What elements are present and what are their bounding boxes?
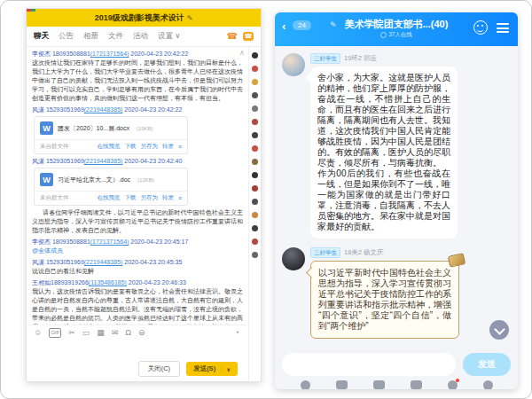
send-file-icon[interactable]: ▭ (82, 329, 90, 337)
more-icon[interactable] (483, 380, 493, 389)
image-icon[interactable] (336, 380, 348, 389)
tab-chat[interactable]: 聊天 (34, 31, 49, 42)
mention-all-link[interactable]: @全体成员 (32, 246, 243, 255)
sender-qq-id[interactable]: (1721371564) (90, 51, 129, 57)
file-preview-link[interactable]: 在线预览 (97, 194, 120, 202)
chat-history-pane[interactable]: 李俊杰 18093508881(1721371564) 2020-04-23 2… (27, 47, 246, 325)
member-avatar[interactable] (252, 225, 258, 231)
file-size: (19KB) (137, 126, 153, 131)
member-avatar[interactable] (252, 92, 258, 98)
avatar[interactable] (282, 53, 305, 76)
qq-desktop-group-window: 2019级戏剧影视美术设计 ✎ 聊天 公告 相册 文件 活动 设置 ∨ ☎ ☎ … (26, 8, 262, 382)
message-text: 说说自己的看法和见解 (32, 267, 243, 276)
envelope-icon[interactable]: ✉ (112, 329, 119, 337)
picture-icon[interactable]: ▦ (97, 329, 105, 337)
tab-album[interactable]: 相册 (83, 31, 98, 42)
sender-name[interactable]: 李俊杰 18093508881 (32, 51, 90, 57)
chat-message: 三好学生 18美2 杨文庆 以习近平新时代中国特色社会主义思想为指导，深入学习宣… (282, 247, 511, 339)
group-space-icon[interactable] (473, 20, 488, 35)
mobile-chat-pane[interactable]: 三好学生 19环2 郭应 舍小家，为大家。这就是医护人员的精神，他们穿上厚厚的防… (275, 46, 518, 352)
member-list-sliver[interactable] (248, 47, 261, 381)
sender-qq-id[interactable]: (2219448385) (84, 106, 123, 113)
tab-announcement[interactable]: 公告 (59, 31, 74, 42)
message-bubble: 舍小家，为大家。这就是医护人员的精神，他们穿上厚厚的防护服，奋战在一线，不惜拼上… (310, 66, 458, 239)
bell-icon[interactable]: Ω (125, 329, 131, 337)
sender-qq-id[interactable]: (1721371564) (90, 239, 129, 245)
file-forward-link[interactable]: 转发 (162, 194, 174, 202)
message-time: 2020-04-23 20:46:33 (129, 279, 186, 286)
more-tools-icon[interactable]: ⊖ (138, 329, 145, 337)
message-input[interactable] (282, 353, 456, 376)
file-name[interactable]: 习近平给北京大...文）.doc (58, 176, 130, 184)
honor-badge: 三好学生 (310, 247, 340, 258)
member-avatar[interactable] (252, 106, 258, 112)
file-download-link[interactable]: 下载 (124, 143, 136, 151)
video-call-icon[interactable]: ☎ (243, 32, 254, 41)
file-name[interactable]: 团发〔2020〕10...届.docx (58, 124, 129, 133)
file-preview-link[interactable]: 在线预览 (97, 143, 120, 151)
file-saveas-link[interactable]: 另存为 (140, 194, 158, 202)
sender-qq-id[interactable]: (2219448385) (84, 158, 123, 164)
window-title-bar: 2019级戏剧影视美术设计 ✎ (27, 9, 261, 27)
message-bubble-themed: 以习近平新时代中国特色社会主义思想为指导，深入学习宣传贯彻习近平总书记关于疫情防… (310, 261, 459, 339)
member-avatar[interactable] (252, 66, 258, 72)
send-button[interactable]: 发送(S)∨ (186, 362, 238, 376)
member-avatar[interactable] (252, 79, 258, 85)
member-avatar[interactable] (252, 145, 258, 152)
edit-title-icon[interactable]: ✎ (187, 14, 193, 22)
avatar[interactable] (282, 247, 305, 270)
file-saveas-link[interactable]: 另存为 (140, 143, 158, 151)
sender-name[interactable]: 19环2 郭应 (344, 54, 377, 63)
member-avatar[interactable] (252, 212, 258, 218)
member-avatar[interactable] (252, 252, 258, 258)
sender-name[interactable]: 18美2 杨文庆 (344, 248, 384, 257)
sender-qq-id[interactable]: (2219448385) (84, 259, 123, 265)
close-button[interactable]: 关闭(C) (138, 361, 180, 377)
sender-name[interactable]: 风潇 15293051969 (32, 259, 84, 265)
hamburger-menu-icon[interactable] (497, 23, 509, 33)
red-packet-icon[interactable] (411, 380, 422, 389)
sender-name[interactable]: 王相如18893919266 (32, 279, 89, 286)
file-card[interactable]: W 团发〔2020〕10...届.docx (19KB) 来自群文件 在线预览 … (34, 116, 188, 154)
emoji-icon[interactable] (448, 380, 458, 389)
member-avatar[interactable] (252, 159, 258, 165)
member-avatar[interactable] (252, 239, 258, 245)
tab-settings[interactable]: 设置 ∨ (158, 31, 181, 42)
chat-history-icon[interactable]: ◔ (235, 329, 239, 337)
online-status-icon (380, 32, 387, 38)
gif-icon[interactable]: GIF (49, 328, 61, 338)
tab-files[interactable]: 文件 (108, 31, 123, 42)
send-options-caret[interactable]: ∨ (221, 366, 231, 372)
voice-icon[interactable] (301, 380, 310, 389)
file-menu-icon[interactable]: ≡ (178, 144, 182, 150)
file-card[interactable]: W 习近平给北京大...文）.doc (12KB) 来自群文件 在线预览 下载 … (34, 168, 188, 206)
file-download-link[interactable]: 下载 (124, 194, 136, 202)
file-forward-link[interactable]: 转发 (162, 143, 174, 151)
sender-qq-id[interactable]: (1135486185) (89, 279, 127, 286)
tab-activity[interactable]: 活动 (133, 31, 148, 42)
gold-seal-decoration-icon (448, 253, 466, 267)
scrollbar-up-arrow[interactable]: ∧ (238, 49, 246, 58)
screenshot-canvas: 2019级戏剧影视美术设计 ✎ 聊天 公告 相册 文件 活动 设置 ∨ ☎ ☎ … (0, 0, 532, 399)
member-avatar[interactable] (252, 119, 258, 125)
emoji-icon[interactable]: ☺ (34, 329, 42, 337)
voice-call-icon[interactable]: ☎ (227, 32, 238, 41)
window-control-green[interactable] (31, 9, 35, 12)
scroll-to-bottom-button[interactable] (489, 320, 509, 340)
chat-message: 风潇 15293051969(2219448385) 2020-04-23 20… (32, 157, 243, 206)
send-button[interactable]: 发送 (463, 353, 511, 376)
member-avatar[interactable] (252, 132, 258, 138)
member-avatar[interactable] (252, 185, 258, 192)
member-avatar[interactable] (252, 172, 258, 178)
camera-icon[interactable] (373, 380, 385, 389)
file-menu-icon[interactable]: ≡ (178, 195, 182, 201)
sender-name[interactable]: 风潇 15293051969 (32, 158, 84, 164)
sender-name[interactable]: 李俊杰 18093508881 (32, 239, 90, 245)
message-input-area[interactable] (27, 340, 246, 358)
member-avatar[interactable] (252, 199, 258, 205)
member-avatar[interactable] (252, 52, 258, 59)
bottom-buttons-row: 关闭(C) 发送(S)∨ (27, 358, 246, 379)
file-source-label: 来自群文件 (40, 143, 69, 151)
sender-name[interactable]: 风潇 15293051969 (32, 106, 84, 113)
screenshot-icon[interactable]: ✂ (68, 329, 75, 337)
